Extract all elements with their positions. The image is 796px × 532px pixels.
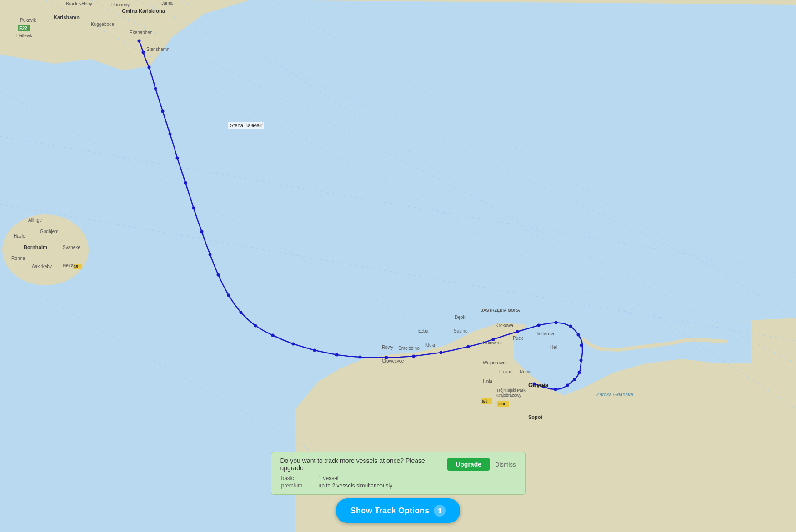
tier-premium: premium up to 2 vessels simultaneously <box>281 482 515 489</box>
upgrade-message: Do you want to track more vessels at onc… <box>280 457 442 472</box>
tier-premium-desc: up to 2 vessels simultaneously <box>319 482 515 489</box>
map-container: Bräcke-Hoby Ronneby Jamjö Pukavik Karlsh… <box>0 0 796 532</box>
upgrade-button[interactable]: Upgrade <box>447 458 490 471</box>
chevron-up-icon: ⇧ <box>434 505 446 517</box>
upgrade-banner: Do you want to track more vessels at onc… <box>271 452 526 495</box>
tier-basic: basic 1 vessel <box>281 475 515 482</box>
show-track-options-label: Show Track Options <box>350 506 429 516</box>
dismiss-link[interactable]: Dismiss <box>495 461 516 468</box>
tier-premium-name: premium <box>281 482 318 489</box>
show-track-options-button[interactable]: Show Track Options ⇧ <box>336 498 460 523</box>
upgrade-banner-top: Do you want to track more vessels at onc… <box>280 457 516 472</box>
tier-basic-name: basic <box>281 475 318 482</box>
upgrade-table: basic 1 vessel premium up to 2 vessels s… <box>280 474 516 490</box>
tier-basic-desc: 1 vessel <box>319 475 515 482</box>
bottom-panel: Do you want to track more vessels at onc… <box>0 452 796 532</box>
